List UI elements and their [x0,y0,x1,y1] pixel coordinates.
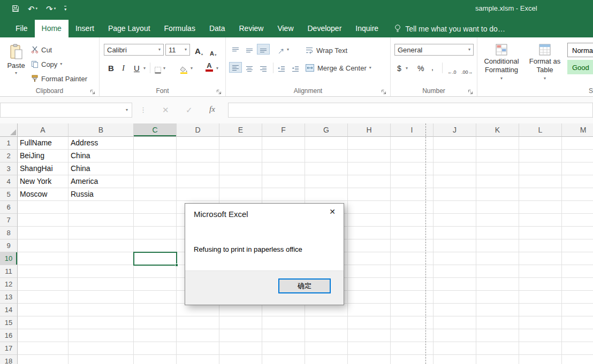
cell-J6[interactable] [434,201,476,214]
cut-button[interactable]: Cut [31,44,52,56]
cell-B15[interactable] [69,316,134,329]
cell-H14[interactable] [348,304,391,316]
merge-center-button[interactable]: Merge & Center ▾ [305,62,371,74]
cell-G14[interactable] [305,304,348,316]
cell-M15[interactable] [562,316,593,329]
cell-G18[interactable] [305,355,348,364]
cell-K13[interactable] [476,291,519,304]
cell-G2[interactable] [305,150,348,162]
enter-icon[interactable]: ✓ [186,105,193,115]
cell-C1[interactable] [134,137,177,150]
cell-D3[interactable] [177,162,219,175]
cell-A15[interactable] [18,316,69,329]
cell-B3[interactable]: China [69,162,134,175]
dialog-close-button[interactable]: ✕ [321,204,344,220]
column-header-J[interactable]: J [434,123,476,137]
cell-I18[interactable] [391,355,434,364]
increase-decimal-button[interactable]: ←.0 [447,64,457,75]
cell-B2[interactable]: China [69,150,134,162]
row-header-7[interactable]: 7 [0,214,18,227]
cell-F15[interactable] [262,316,305,329]
accounting-format-button[interactable]: $ [397,62,401,73]
orientation-button[interactable] [277,44,286,55]
borders-button[interactable] [154,63,162,74]
top-align-button[interactable] [231,44,240,55]
cell-A14[interactable] [18,304,69,316]
cell-D14[interactable] [177,304,219,316]
cell-E14[interactable] [219,304,262,316]
cell-C2[interactable] [134,150,177,162]
cell-E18[interactable] [219,355,262,364]
bold-button[interactable]: B [108,62,114,73]
cell-H12[interactable] [348,278,391,291]
redo-button[interactable]: ↷ ▾ [46,5,56,13]
cell-B17[interactable] [69,342,134,355]
orientation-dropdown-icon[interactable]: ▾ [287,48,289,52]
underline-button[interactable]: U [134,62,140,73]
cell-K14[interactable] [476,304,519,316]
cell-L17[interactable] [519,342,562,355]
increase-indent-button[interactable] [291,63,300,73]
cell-M18[interactable] [562,355,593,364]
paste-button[interactable]: Paste ▾ [3,41,29,88]
column-header-D[interactable]: D [177,123,219,137]
cell-B13[interactable] [69,291,134,304]
column-header-B[interactable]: B [69,123,134,137]
cell-H15[interactable] [348,316,391,329]
cell-C4[interactable] [134,175,177,188]
cell-B5[interactable]: Russia [69,188,134,201]
number-dialog-launcher[interactable] [468,87,474,94]
conditional-formatting-button[interactable]: Conditional Formatting ▾ [480,41,523,88]
cell-A6[interactable] [18,201,69,214]
column-header-M[interactable]: M [562,123,593,137]
cell-L9[interactable] [519,239,562,252]
align-left-button[interactable] [229,62,242,73]
cell-I2[interactable] [391,150,434,162]
cell-F2[interactable] [262,150,305,162]
cell-F16[interactable] [262,329,305,342]
tell-me-box[interactable]: Tell me what you want to do… [394,20,505,37]
cell-I13[interactable] [391,291,434,304]
row-header-6[interactable]: 6 [0,201,18,214]
percent-style-button[interactable]: % [417,62,424,73]
cell-B9[interactable] [69,239,134,252]
cell-H3[interactable] [348,162,391,175]
cell-C8[interactable] [134,227,177,239]
decrease-indent-button[interactable] [277,63,286,73]
alignment-dialog-launcher[interactable] [381,87,387,94]
save-button[interactable] [12,5,19,12]
cell-M16[interactable] [562,329,593,342]
cell-K16[interactable] [476,329,519,342]
row-header-10[interactable]: 10 [0,252,18,265]
cell-E16[interactable] [219,329,262,342]
tab-review[interactable]: Review [232,20,271,37]
cell-I8[interactable] [391,227,434,239]
cell-I17[interactable] [391,342,434,355]
cell-J1[interactable] [434,137,476,150]
cell-K18[interactable] [476,355,519,364]
middle-align-button[interactable] [245,44,254,55]
cell-G3[interactable] [305,162,348,175]
cell-E2[interactable] [219,150,262,162]
name-box[interactable]: ▾ [0,103,132,118]
cell-H9[interactable] [348,239,391,252]
cell-E3[interactable] [219,162,262,175]
cell-I9[interactable] [391,239,434,252]
fill-color-button[interactable] [180,63,188,74]
cell-H7[interactable] [348,214,391,227]
cell-A16[interactable] [18,329,69,342]
cell-K1[interactable] [476,137,519,150]
cell-D1[interactable] [177,137,219,150]
cell-J9[interactable] [434,239,476,252]
comma-style-button[interactable]: , [431,61,434,72]
cell-J3[interactable] [434,162,476,175]
cell-J7[interactable] [434,214,476,227]
cell-E5[interactable] [219,188,262,201]
clipboard-dialog-launcher[interactable] [90,87,96,94]
cell-D17[interactable] [177,342,219,355]
cell-M6[interactable] [562,201,593,214]
cell-J2[interactable] [434,150,476,162]
tab-file[interactable]: File [9,20,35,37]
tab-formulas[interactable]: Formulas [157,20,202,37]
fill-handle[interactable] [175,264,178,267]
